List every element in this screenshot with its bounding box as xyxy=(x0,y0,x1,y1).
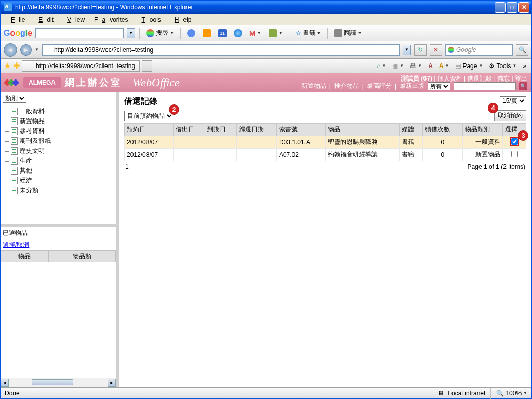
nav-history-dropdown[interactable]: ▼ xyxy=(35,47,39,52)
sidebar-item-label: 經濟 xyxy=(20,176,32,185)
text-size-button[interactable]: A xyxy=(426,61,435,71)
sidebar-item-label: 生產 xyxy=(20,156,32,165)
sidebar-hscrollbar[interactable]: ◄ ► xyxy=(1,378,116,387)
table-cell xyxy=(205,136,236,149)
tb-more-icon[interactable]: ▼ xyxy=(267,28,285,38)
browser-search-box[interactable]: Google xyxy=(445,44,513,56)
menu-tools[interactable]: Tools xyxy=(133,15,165,24)
table-cell xyxy=(503,149,526,161)
column-header[interactable]: 物品類別 xyxy=(462,124,502,136)
forward-button[interactable]: ► xyxy=(20,44,32,56)
col-item: 物品 xyxy=(1,250,49,262)
tb-news-icon[interactable] xyxy=(232,28,244,38)
tb-gmail-icon[interactable]: M▼ xyxy=(247,28,263,38)
link-new-items[interactable]: 新置物品 xyxy=(301,82,326,90)
status-text: Done xyxy=(5,390,20,397)
link-latest[interactable]: 最新出版 xyxy=(400,82,424,90)
browser-tab[interactable]: http://delta:9998/woc/?client=testing xyxy=(22,60,140,72)
sidebar-item[interactable]: 未分類 xyxy=(1,185,116,195)
google-search-input[interactable] xyxy=(35,28,124,38)
sidebar-item-label: 未分類 xyxy=(20,186,38,195)
table-cell xyxy=(236,149,276,161)
sidebar-item[interactable]: 歷史文明 xyxy=(1,146,116,156)
column-header[interactable]: 到期日 xyxy=(205,124,236,136)
address-bar[interactable]: http://delta:9998/woc/?client=testing xyxy=(42,44,400,56)
feeds-button[interactable]: ▦▼ xyxy=(390,61,406,71)
menu-favorites[interactable]: Favorites xyxy=(90,15,132,24)
home-button[interactable]: ⌂▼ xyxy=(375,61,388,71)
tb-translate[interactable]: 翻譯▼ xyxy=(332,28,364,38)
tools-menu[interactable]: ⚙Tools▼ xyxy=(487,61,518,71)
link-top-rated[interactable]: 最高評分 xyxy=(367,82,392,90)
column-header[interactable]: 借出日 xyxy=(173,124,205,136)
brand-cn: 網上辦公室 xyxy=(65,76,122,89)
banner-search-input[interactable] xyxy=(454,82,516,90)
banner-search-icon[interactable]: 🔍 xyxy=(519,82,527,90)
sidebar-item[interactable]: 一般資料 xyxy=(1,107,116,116)
page-menu[interactable]: ▤Page▼ xyxy=(453,61,485,71)
sidebar-item[interactable]: 新置物品 xyxy=(1,116,116,126)
menu-edit[interactable]: Edit xyxy=(30,15,58,24)
column-header[interactable]: 媒體 xyxy=(399,124,422,136)
minimize-button[interactable]: _ xyxy=(495,2,506,13)
column-header[interactable]: 物品 xyxy=(325,124,399,136)
menu-bar: File Edit View Favorites Tools Help xyxy=(1,14,531,25)
link-logout[interactable]: 登出 xyxy=(515,75,527,82)
sidebar-item[interactable]: 參考資料 xyxy=(1,126,116,136)
stop-button[interactable]: ✕ xyxy=(430,44,442,56)
back-button[interactable]: ◄ xyxy=(4,43,17,57)
text-color-button[interactable]: A▼ xyxy=(437,61,451,71)
select-toggle-link[interactable]: 選擇/取消 xyxy=(1,240,116,250)
google-search-dropdown[interactable]: ▼ xyxy=(127,28,135,38)
tb-share-icon[interactable] xyxy=(185,28,197,38)
scroll-right-icon[interactable]: ► xyxy=(108,379,116,387)
per-page-select[interactable]: 15/頁 xyxy=(500,96,526,105)
column-header[interactable]: 續借次數 xyxy=(422,124,462,136)
menu-help[interactable]: Help xyxy=(166,15,196,24)
ie-icon xyxy=(4,3,12,11)
tab-ie-icon xyxy=(26,62,34,70)
column-header[interactable]: 歸還日期 xyxy=(236,124,276,136)
maximize-button[interactable]: □ xyxy=(507,2,517,13)
tb-shield-icon[interactable] xyxy=(201,28,213,38)
sidebar-item[interactable]: 期刊及報紙 xyxy=(1,136,116,146)
tb-bookmarks[interactable]: ☆書籤▼ xyxy=(294,28,323,38)
new-tab-button[interactable] xyxy=(142,60,152,72)
close-button[interactable]: ✕ xyxy=(518,2,529,13)
filter-select[interactable]: 目前預約物品 xyxy=(124,111,174,121)
menu-file[interactable]: File xyxy=(3,15,29,24)
column-header[interactable]: 索書號 xyxy=(276,124,325,136)
column-header[interactable]: 預約日 xyxy=(125,124,174,136)
link-featured[interactable]: 推介物品 xyxy=(334,82,359,90)
search-go-button[interactable]: 🔍 xyxy=(516,44,528,56)
menu-view[interactable]: View xyxy=(59,15,89,24)
table-row[interactable]: 2012/08/07A07.02約翰福音研經導讀書籍0新置物品 xyxy=(125,149,526,161)
address-dropdown[interactable]: ▼ xyxy=(403,45,411,55)
google-search-button[interactable]: 搜尋▼ xyxy=(144,28,176,38)
pager-info: Page 1 of 1 (2 items) xyxy=(468,163,525,170)
chevron-right-icon[interactable]: » xyxy=(521,61,528,71)
table-row[interactable]: 2012/08/07D03.1.01.A聖靈的恩賜與職務書籍0一般資料 xyxy=(125,136,526,149)
scroll-thumb[interactable] xyxy=(32,379,73,385)
category-select[interactable]: 類別 xyxy=(3,94,26,103)
banner-filter-select[interactable]: 所有 xyxy=(428,82,450,90)
link-profile[interactable]: 個人資料 xyxy=(437,75,462,82)
row-select-checkbox[interactable] xyxy=(511,151,518,157)
favorites-star-icon[interactable]: ★ xyxy=(4,61,11,71)
row-select-checkbox[interactable] xyxy=(511,138,518,145)
sidebar-item[interactable]: 經濟 xyxy=(1,176,116,185)
document-icon xyxy=(11,108,18,115)
cancel-reservation-button[interactable]: 取消預約 xyxy=(494,110,526,121)
refresh-button[interactable]: ↻ xyxy=(414,44,427,56)
link-borrow-history[interactable]: 借還記錄 xyxy=(467,75,492,82)
sidebar-item[interactable]: 生產 xyxy=(1,156,116,166)
search-provider-icon xyxy=(448,47,454,53)
print-button[interactable]: 🖶▼ xyxy=(408,61,424,71)
sidebar-item-label: 參考資料 xyxy=(20,127,45,136)
add-favorite-icon[interactable]: ✚ xyxy=(13,61,20,71)
zoom-control[interactable]: 🔍100%▼ xyxy=(496,390,527,397)
sidebar-item[interactable]: 其他 xyxy=(1,166,116,176)
link-memo[interactable]: 備忘 xyxy=(497,75,510,82)
scroll-left-icon[interactable]: ◄ xyxy=(1,379,9,387)
tb-calendar-icon[interactable]: 31 xyxy=(216,28,229,38)
